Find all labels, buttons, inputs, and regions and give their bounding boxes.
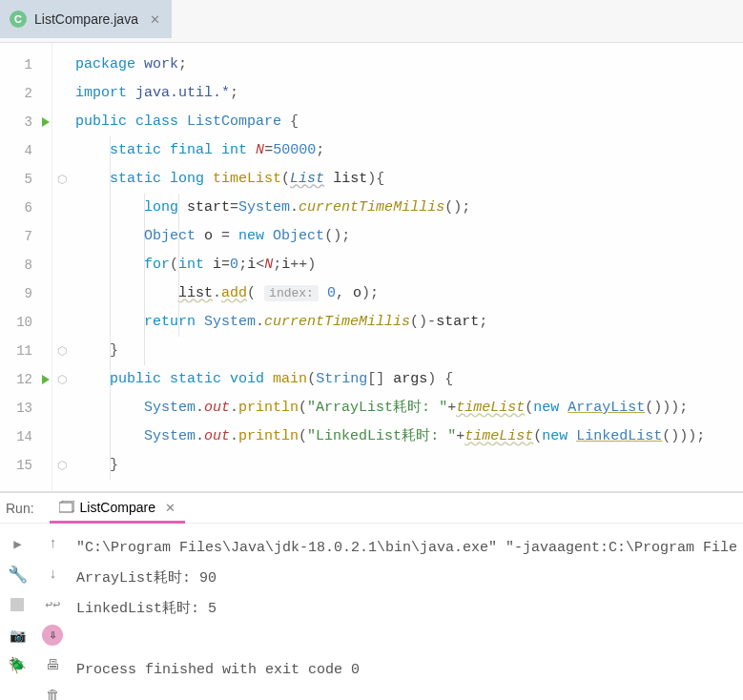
trash-icon[interactable]: 🗑 bbox=[42, 686, 63, 700]
line-number: 9 bbox=[0, 279, 52, 308]
arrow-up-icon[interactable]: ↑ bbox=[42, 533, 63, 554]
close-icon[interactable]: ✕ bbox=[150, 12, 160, 27]
tab-filename: ListCompare.java bbox=[34, 11, 138, 27]
rerun-icon[interactable]: ▶ bbox=[7, 533, 28, 554]
code-line: } bbox=[72, 337, 743, 365]
bug-icon[interactable]: 🪲 bbox=[7, 655, 28, 676]
console-output[interactable]: "C:\Program Files\Java\jdk-18.0.2.1\bin\… bbox=[71, 524, 743, 700]
code-line: return System.currentTimeMillis()-start; bbox=[72, 308, 743, 337]
code-line: static final int N=50000; bbox=[72, 136, 743, 165]
run-toolbar-left: ▶ 🔧 📷 🪲 bbox=[0, 524, 35, 700]
fold-handle-icon[interactable]: ⬡ bbox=[52, 365, 72, 394]
console-line: ArrayList耗时: 90 bbox=[76, 564, 737, 594]
code-line: Object o = new Object(); bbox=[72, 222, 743, 251]
line-number: 2 bbox=[0, 79, 52, 108]
line-number: 14 bbox=[0, 422, 52, 451]
console-line: "C:\Program Files\Java\jdk-18.0.2.1\bin\… bbox=[76, 533, 737, 564]
code-line: public class ListCompare { bbox=[72, 108, 743, 136]
line-number: 11 bbox=[0, 337, 52, 365]
code-line: System.out.println("ArrayList耗时: "+timeL… bbox=[72, 394, 743, 422]
line-number: 12 bbox=[0, 365, 52, 394]
line-number: 8 bbox=[0, 251, 52, 279]
svg-rect-0 bbox=[59, 503, 72, 512]
code-line: public static void main(String[] args) { bbox=[72, 365, 743, 394]
line-number-gutter: 1 2 3 4 5 6 7 8 9 10 11 12 13 14 15 bbox=[0, 43, 52, 491]
line-number: 13 bbox=[0, 394, 52, 422]
line-number: 7 bbox=[0, 222, 52, 251]
run-gutter-icon[interactable] bbox=[42, 375, 50, 384]
console-line bbox=[76, 625, 737, 655]
run-config-icon bbox=[59, 501, 74, 514]
camera-icon[interactable]: 📷 bbox=[7, 625, 28, 646]
code-line: static long timeList(List list){ bbox=[72, 165, 743, 194]
arrow-down-icon[interactable]: ↓ bbox=[42, 564, 63, 585]
code-line: } bbox=[72, 451, 743, 480]
run-toolbar-secondary: ↑ ↓ ↩↩ ⇩ 🖶 🗑 bbox=[35, 524, 71, 700]
print-icon[interactable]: 🖶 bbox=[42, 655, 63, 676]
fold-column: ⬡ ⬡ ⬡ ⬡ bbox=[52, 43, 72, 491]
line-number: 6 bbox=[0, 194, 52, 222]
console-line: LinkedList耗时: 5 bbox=[76, 594, 737, 625]
parameter-hint-inlay: index: bbox=[264, 285, 319, 301]
soft-wrap-icon[interactable]: ↩↩ bbox=[42, 594, 63, 615]
line-number: 10 bbox=[0, 308, 52, 337]
console-line: Process finished with exit code 0 bbox=[76, 655, 737, 686]
code-area[interactable]: package work; import java.util.*; public… bbox=[72, 43, 743, 491]
wrench-icon[interactable]: 🔧 bbox=[7, 564, 28, 585]
run-config-tab[interactable]: ListCompare ✕ bbox=[50, 494, 185, 524]
fold-handle-icon[interactable]: ⬡ bbox=[52, 337, 72, 365]
line-number: 1 bbox=[0, 51, 52, 79]
line-number: 4 bbox=[0, 136, 52, 165]
code-line: list.add( index: 0, o); bbox=[72, 279, 743, 308]
line-number: 15 bbox=[0, 451, 52, 480]
code-line: System.out.println("LinkedList耗时: "+time… bbox=[72, 422, 743, 451]
file-tab[interactable]: C ListCompare.java ✕ bbox=[0, 0, 172, 38]
code-editor[interactable]: 1 2 3 4 5 6 7 8 9 10 11 12 13 14 15 ⬡ ⬡ … bbox=[0, 43, 743, 491]
line-number: 5 bbox=[0, 165, 52, 194]
code-line: long start=System.currentTimeMillis(); bbox=[72, 194, 743, 222]
download-icon[interactable]: ⇩ bbox=[42, 625, 63, 646]
fold-handle-icon[interactable]: ⬡ bbox=[52, 165, 72, 194]
fold-handle-icon[interactable]: ⬡ bbox=[52, 451, 72, 480]
run-gutter-icon[interactable] bbox=[42, 117, 50, 127]
run-header: Run: ListCompare ✕ bbox=[0, 493, 743, 524]
stop-icon[interactable] bbox=[7, 594, 28, 615]
java-class-icon: C bbox=[10, 10, 27, 28]
editor-tab-bar: C ListCompare.java ✕ bbox=[0, 0, 743, 43]
run-label: Run: bbox=[2, 501, 34, 516]
code-line: for(int i=0;i<N;i++) bbox=[72, 251, 743, 279]
close-icon[interactable]: ✕ bbox=[165, 501, 175, 515]
run-config-name: ListCompare bbox=[80, 500, 155, 515]
run-tool-window: Run: ListCompare ✕ ▶ 🔧 📷 🪲 ↑ ↓ ↩↩ ⇩ 🖶 🗑 … bbox=[0, 491, 743, 700]
code-line: import java.util.*; bbox=[72, 79, 743, 108]
code-line: package work; bbox=[72, 51, 743, 79]
line-number: 3 bbox=[0, 108, 52, 136]
